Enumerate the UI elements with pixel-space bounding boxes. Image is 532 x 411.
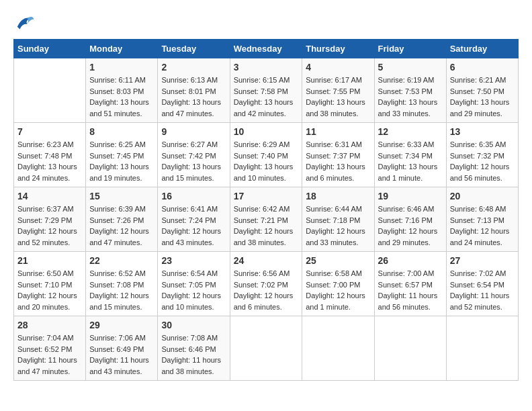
calendar-cell (302, 316, 374, 381)
day-number: 25 (306, 255, 370, 266)
week-row-4: 21Sunrise: 6:50 AMSunset: 7:10 PMDayligh… (14, 252, 519, 316)
calendar-cell: 17Sunrise: 6:42 AMSunset: 7:21 PMDayligh… (230, 187, 302, 252)
day-number: 15 (89, 191, 154, 201)
weekday-header-tuesday: Tuesday (158, 40, 230, 58)
calendar-cell: 12Sunrise: 6:33 AMSunset: 7:34 PMDayligh… (374, 123, 446, 187)
day-number: 6 (450, 62, 515, 73)
calendar-cell: 1Sunrise: 6:11 AMSunset: 8:03 PMDaylight… (86, 58, 158, 123)
day-info: Sunrise: 6:13 AMSunset: 8:01 PMDaylight:… (161, 75, 226, 119)
calendar-cell: 3Sunrise: 6:15 AMSunset: 7:58 PMDaylight… (230, 58, 302, 123)
calendar-cell: 10Sunrise: 6:29 AMSunset: 7:40 PMDayligh… (230, 123, 302, 187)
calendar-cell: 14Sunrise: 6:37 AMSunset: 7:29 PMDayligh… (14, 187, 86, 252)
day-number: 7 (17, 126, 82, 137)
weekday-header-wednesday: Wednesday (230, 40, 302, 58)
day-info: Sunrise: 6:35 AMSunset: 7:32 PMDaylight:… (450, 139, 515, 183)
day-info: Sunrise: 6:15 AMSunset: 7:58 PMDaylight:… (234, 75, 299, 119)
day-number: 24 (234, 255, 299, 266)
week-row-3: 14Sunrise: 6:37 AMSunset: 7:29 PMDayligh… (14, 187, 519, 252)
calendar-cell: 6Sunrise: 6:21 AMSunset: 7:50 PMDaylight… (446, 58, 518, 123)
calendar-cell: 21Sunrise: 6:50 AMSunset: 7:10 PMDayligh… (14, 252, 86, 316)
day-info: Sunrise: 6:56 AMSunset: 7:02 PMDaylight:… (234, 268, 299, 312)
day-number: 9 (161, 126, 226, 137)
day-info: Sunrise: 6:11 AMSunset: 8:03 PMDaylight:… (89, 75, 154, 119)
logo (13, 13, 35, 32)
day-number: 26 (378, 255, 443, 266)
day-info: Sunrise: 6:48 AMSunset: 7:13 PMDaylight:… (450, 203, 515, 248)
day-number: 21 (17, 255, 82, 266)
day-info: Sunrise: 6:21 AMSunset: 7:50 PMDaylight:… (450, 75, 515, 119)
day-number: 3 (234, 62, 299, 73)
day-info: Sunrise: 6:37 AMSunset: 7:29 PMDaylight:… (17, 203, 82, 248)
day-info: Sunrise: 6:58 AMSunset: 7:00 PMDaylight:… (306, 268, 370, 312)
day-number: 16 (161, 191, 226, 201)
week-row-5: 28Sunrise: 7:04 AMSunset: 6:52 PMDayligh… (14, 316, 519, 381)
weekday-header-monday: Monday (86, 40, 158, 58)
calendar-cell: 7Sunrise: 6:23 AMSunset: 7:48 PMDaylight… (14, 123, 86, 187)
calendar-cell: 11Sunrise: 6:31 AMSunset: 7:37 PMDayligh… (302, 123, 374, 187)
calendar-cell: 30Sunrise: 7:08 AMSunset: 6:46 PMDayligh… (158, 316, 230, 381)
week-row-2: 7Sunrise: 6:23 AMSunset: 7:48 PMDaylight… (14, 123, 519, 187)
day-info: Sunrise: 7:04 AMSunset: 6:52 PMDaylight:… (17, 332, 82, 377)
day-info: Sunrise: 6:23 AMSunset: 7:48 PMDaylight:… (17, 139, 82, 183)
calendar-cell: 27Sunrise: 7:02 AMSunset: 6:54 PMDayligh… (446, 252, 518, 316)
day-number: 28 (17, 320, 82, 330)
calendar-cell: 5Sunrise: 6:19 AMSunset: 7:53 PMDaylight… (374, 58, 446, 123)
calendar-cell: 18Sunrise: 6:44 AMSunset: 7:18 PMDayligh… (302, 187, 374, 252)
calendar-cell: 29Sunrise: 7:06 AMSunset: 6:49 PMDayligh… (86, 316, 158, 381)
calendar-cell: 23Sunrise: 6:54 AMSunset: 7:05 PMDayligh… (158, 252, 230, 316)
day-info: Sunrise: 6:29 AMSunset: 7:40 PMDaylight:… (234, 139, 299, 183)
day-info: Sunrise: 6:52 AMSunset: 7:08 PMDaylight:… (89, 268, 154, 312)
weekday-header-friday: Friday (374, 40, 446, 58)
day-info: Sunrise: 6:19 AMSunset: 7:53 PMDaylight:… (378, 75, 443, 119)
calendar-cell: 13Sunrise: 6:35 AMSunset: 7:32 PMDayligh… (446, 123, 518, 187)
calendar-cell: 8Sunrise: 6:25 AMSunset: 7:45 PMDaylight… (86, 123, 158, 187)
week-row-1: 1Sunrise: 6:11 AMSunset: 8:03 PMDaylight… (14, 58, 519, 123)
calendar-cell: 22Sunrise: 6:52 AMSunset: 7:08 PMDayligh… (86, 252, 158, 316)
calendar-cell (14, 58, 86, 123)
day-info: Sunrise: 6:46 AMSunset: 7:16 PMDaylight:… (378, 203, 443, 248)
day-number: 1 (89, 62, 154, 73)
calendar-cell: 26Sunrise: 7:00 AMSunset: 6:57 PMDayligh… (374, 252, 446, 316)
day-number: 27 (450, 255, 515, 266)
calendar-cell (446, 316, 518, 381)
day-info: Sunrise: 6:31 AMSunset: 7:37 PMDaylight:… (306, 139, 370, 183)
day-number: 29 (89, 320, 154, 330)
page-header (13, 13, 519, 32)
calendar-cell: 25Sunrise: 6:58 AMSunset: 7:00 PMDayligh… (302, 252, 374, 316)
logo-bird-icon (15, 13, 35, 32)
day-info: Sunrise: 7:00 AMSunset: 6:57 PMDaylight:… (378, 268, 443, 312)
day-info: Sunrise: 6:54 AMSunset: 7:05 PMDaylight:… (161, 268, 226, 312)
day-number: 20 (450, 191, 515, 201)
calendar-cell (374, 316, 446, 381)
calendar-cell: 16Sunrise: 6:41 AMSunset: 7:24 PMDayligh… (158, 187, 230, 252)
calendar-cell: 20Sunrise: 6:48 AMSunset: 7:13 PMDayligh… (446, 187, 518, 252)
calendar-cell: 28Sunrise: 7:04 AMSunset: 6:52 PMDayligh… (14, 316, 86, 381)
day-number: 4 (306, 62, 370, 73)
day-info: Sunrise: 6:27 AMSunset: 7:42 PMDaylight:… (161, 139, 226, 183)
weekday-header-thursday: Thursday (302, 40, 374, 58)
calendar-cell: 4Sunrise: 6:17 AMSunset: 7:55 PMDaylight… (302, 58, 374, 123)
day-number: 12 (378, 126, 443, 137)
day-info: Sunrise: 6:42 AMSunset: 7:21 PMDaylight:… (234, 203, 299, 248)
calendar-table: SundayMondayTuesdayWednesdayThursdayFrid… (13, 39, 519, 381)
day-info: Sunrise: 7:08 AMSunset: 6:46 PMDaylight:… (161, 332, 226, 377)
day-info: Sunrise: 6:44 AMSunset: 7:18 PMDaylight:… (306, 203, 370, 248)
day-number: 23 (161, 255, 226, 266)
day-number: 5 (378, 62, 443, 73)
day-number: 30 (161, 320, 226, 330)
day-info: Sunrise: 6:41 AMSunset: 7:24 PMDaylight:… (161, 203, 226, 248)
calendar-cell: 2Sunrise: 6:13 AMSunset: 8:01 PMDaylight… (158, 58, 230, 123)
day-number: 8 (89, 126, 154, 137)
calendar-cell: 9Sunrise: 6:27 AMSunset: 7:42 PMDaylight… (158, 123, 230, 187)
day-info: Sunrise: 7:06 AMSunset: 6:49 PMDaylight:… (89, 332, 154, 377)
day-info: Sunrise: 6:50 AMSunset: 7:10 PMDaylight:… (17, 268, 82, 312)
day-number: 2 (161, 62, 226, 73)
day-number: 19 (378, 191, 443, 201)
day-number: 10 (234, 126, 299, 137)
day-number: 18 (306, 191, 370, 201)
calendar-cell: 19Sunrise: 6:46 AMSunset: 7:16 PMDayligh… (374, 187, 446, 252)
weekday-header-sunday: Sunday (14, 40, 86, 58)
calendar-cell: 24Sunrise: 6:56 AMSunset: 7:02 PMDayligh… (230, 252, 302, 316)
weekday-header-saturday: Saturday (446, 40, 518, 58)
day-info: Sunrise: 6:33 AMSunset: 7:34 PMDaylight:… (378, 139, 443, 183)
